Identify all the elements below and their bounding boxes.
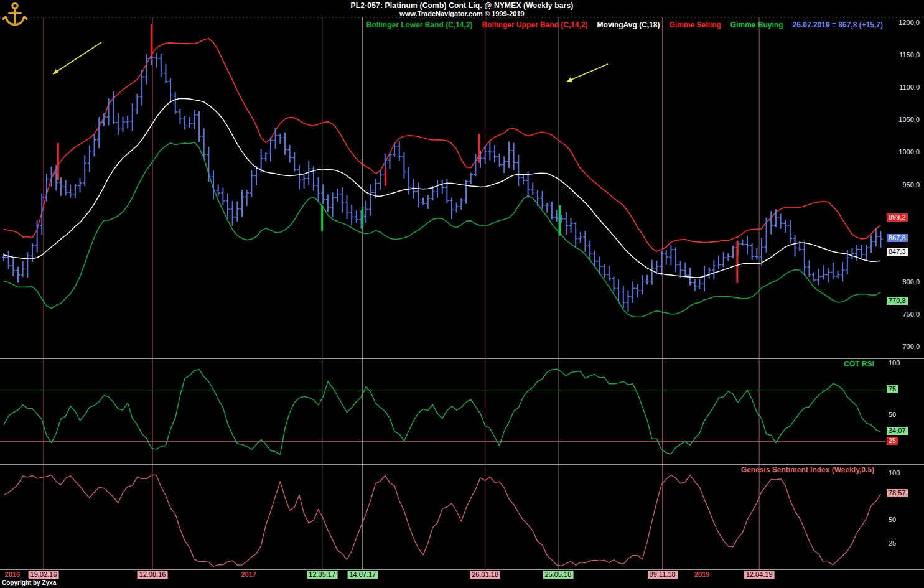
annotation-arrow	[53, 42, 101, 74]
cot-rsi-line	[4, 369, 880, 455]
anchor-icon	[1, 1, 29, 28]
legend-item[interactable]: Bollinger Lower Band (C,14,2)	[366, 21, 473, 29]
legend-item[interactable]: Gimme Buying	[730, 21, 783, 29]
date-label: 26.01.18	[470, 571, 500, 579]
legend-item[interactable]: Bollinger Upper Band (C,14,2)	[482, 21, 588, 29]
year-label: 2017	[239, 571, 258, 579]
sentiment-axis-label: 78,57	[887, 489, 908, 497]
sentiment-axis-label: 50	[887, 516, 898, 524]
copyright-text: Copyright by Zyxa	[2, 579, 56, 586]
sentiment-axis[interactable]: 10078,575025	[886, 0, 924, 588]
legend-item[interactable]: Gimme Selling	[670, 21, 721, 29]
chart-canvas[interactable]	[0, 0, 924, 588]
date-label: 12.08.16	[138, 571, 168, 579]
date-axis[interactable]: 201619.02.1612.08.16201712.05.1714.07.17…	[0, 571, 886, 581]
date-label: 14.07.17	[347, 571, 378, 579]
year-label: 2019	[693, 571, 711, 579]
bollinger-upper-band-line	[4, 39, 880, 251]
legend-item[interactable]: MovingAvg (C,18)	[597, 21, 660, 29]
annotation-arrowhead-icon	[53, 69, 58, 74]
sentiment-line	[4, 475, 880, 567]
sentiment-axis-label: 100	[887, 469, 902, 477]
date-label: 25.05.18	[543, 571, 573, 579]
date-label: 12.05.17	[307, 571, 337, 579]
chart-legend: Bollinger Lower Band (C,14,2)Bollinger U…	[366, 21, 883, 29]
date-label: 19.02.16	[29, 571, 59, 579]
sentiment-axis-label: 25	[887, 539, 898, 548]
last-quote-label: 26.07.2019 = 867,8 (+15,7)	[793, 21, 883, 29]
year-label: 2016	[3, 571, 22, 579]
annotation-arrow	[567, 64, 608, 82]
anchor-logo	[1, 1, 29, 30]
date-label: 09.11.18	[648, 571, 678, 579]
cot-rsi-panel-title: COT RSI	[844, 360, 874, 368]
sentiment-panel-title: Genesis Sentiment Index (Weekly,0.5)	[741, 465, 874, 474]
date-label: 12.04.19	[744, 571, 775, 579]
